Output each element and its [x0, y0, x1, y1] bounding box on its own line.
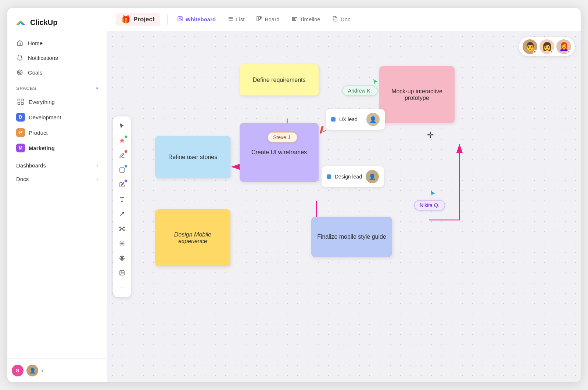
tab-board[interactable]: Board: [251, 13, 284, 26]
canvas-avatars-panel: 👨 👩 👩‍🦰: [519, 37, 575, 56]
clickup-logo-icon: [15, 17, 26, 28]
blue-cursor-icon: [429, 190, 437, 199]
svg-rect-23: [120, 168, 124, 172]
toolbar-pen[interactable]: [115, 149, 129, 162]
board-tab-icon: [256, 16, 262, 23]
sidebar-item-home-label: Home: [28, 40, 43, 46]
svg-rect-4: [21, 99, 24, 101]
tab-timeline[interactable]: Timeline: [286, 13, 326, 26]
ux-lead-avatar: 👤: [366, 113, 380, 126]
chip-nikita-label: Nikita Q.: [420, 202, 440, 208]
chip-andrew: Andrew K.: [343, 86, 377, 96]
tab-board-label: Board: [265, 16, 279, 22]
whiteboard-canvas[interactable]: ··· Define requirements: [107, 31, 581, 382]
product-label: Product: [29, 130, 48, 136]
svg-rect-3: [18, 99, 20, 101]
card-refine-user-stories[interactable]: Refine user stories: [155, 136, 230, 178]
svg-point-39: [121, 272, 122, 272]
home-icon: [16, 39, 24, 47]
sidebar-item-docs[interactable]: Docs ›: [12, 172, 103, 186]
chip-nikita: Nikita Q.: [414, 200, 445, 210]
toolbar-image[interactable]: [115, 266, 129, 279]
project-label: Project: [133, 16, 155, 23]
toolbar-sticky[interactable]: [115, 178, 129, 191]
sidebar-item-everything[interactable]: Everything: [12, 94, 103, 109]
sidebar-item-notifications-label: Notifications: [28, 55, 58, 61]
tab-list[interactable]: List: [222, 13, 250, 26]
user-menu-chevron[interactable]: ▾: [41, 368, 44, 373]
user-avatar-photo: 👤: [26, 365, 38, 376]
sidebar: ClickUp Home: [7, 8, 107, 382]
toolbar-more[interactable]: ···: [115, 281, 129, 294]
card-define-requirements[interactable]: Define requirements: [240, 64, 319, 95]
sidebar-item-home[interactable]: Home: [12, 36, 103, 50]
sidebar-item-notifications[interactable]: Notifications: [12, 50, 103, 65]
svg-line-29: [120, 228, 122, 228]
product-dot: P: [16, 128, 25, 137]
top-nav: 🎁 Project Whiteboard: [107, 8, 581, 31]
card-create-ui-wireframes-text: Create UI wireframes: [251, 149, 307, 156]
bell-icon: [16, 54, 24, 61]
sidebar-item-goals[interactable]: Goals: [12, 65, 103, 80]
card-mockup-prototype[interactable]: Mock-up interactive prototype: [379, 66, 455, 123]
spaces-chevron: ▾: [96, 86, 98, 91]
tab-doc-label: Doc: [341, 16, 351, 22]
sidebar-item-product[interactable]: P Product: [12, 125, 103, 140]
goals-icon: [16, 69, 24, 76]
sidebar-item-dashboards[interactable]: Dashboards ›: [12, 159, 103, 172]
card-mockup-prototype-text: Mock-up interactive prototype: [385, 88, 449, 101]
assignee-card-design-lead: Design lead 👤: [322, 166, 384, 187]
card-finalize-guide[interactable]: Finalize mobile style guide: [311, 217, 392, 257]
docs-chevron: ›: [97, 177, 98, 182]
svg-rect-5: [18, 102, 20, 105]
design-lead-avatar: 👤: [366, 170, 379, 183]
move-cursor-icon: ✛: [427, 130, 434, 140]
sidebar-item-goals-label: Goals: [28, 69, 42, 76]
logo-text: ClickUp: [30, 18, 57, 27]
marketing-label: Marketing: [29, 145, 55, 151]
toolbar-text[interactable]: [115, 193, 129, 206]
svg-line-31: [122, 228, 123, 229]
canvas-avatar-2: 👩: [539, 39, 554, 54]
svg-rect-16: [259, 17, 261, 19]
toolbar-rectangle[interactable]: [115, 163, 129, 177]
project-badge[interactable]: 🎁 Project: [116, 13, 160, 26]
toolbar-mindmap[interactable]: [115, 222, 129, 235]
toolbar-arrow[interactable]: [115, 207, 129, 221]
chip-steve: Steve J.: [268, 132, 297, 142]
tab-whiteboard[interactable]: Whiteboard: [172, 13, 221, 26]
doc-tab-icon: [332, 16, 338, 23]
toolbar-select[interactable]: [115, 119, 129, 133]
canvas-avatar-1: 👨: [523, 39, 537, 54]
card-refine-user-stories-text: Refine user stories: [168, 154, 217, 160]
sidebar-item-development[interactable]: D Development: [12, 109, 103, 125]
toolbar-globe[interactable]: [115, 252, 129, 265]
app-container: ClickUp Home: [7, 8, 581, 382]
card-create-ui-wireframes[interactable]: Create UI wireframes: [240, 123, 319, 182]
svg-point-2: [19, 72, 20, 73]
development-dot: D: [16, 113, 25, 122]
canvas-arrows: [107, 31, 581, 382]
sidebar-nav: Home Notifications: [7, 36, 107, 358]
tab-timeline-label: Timeline: [300, 16, 320, 22]
sidebar-bottom: S 👤 ▾: [7, 358, 107, 382]
tab-whiteboard-label: Whiteboard: [186, 16, 216, 22]
ux-lead-role-dot: [331, 117, 336, 122]
development-label: Development: [29, 114, 61, 120]
card-design-mobile[interactable]: Design Mobile experience: [155, 209, 230, 266]
user-avatar-s: S: [12, 365, 24, 376]
everything-icon: [16, 97, 25, 106]
canvas-toolbar: ···: [113, 116, 131, 297]
tab-doc[interactable]: Doc: [327, 13, 356, 26]
timeline-tab-icon: [291, 16, 297, 23]
chip-steve-label: Steve J.: [273, 134, 292, 140]
svg-rect-19: [292, 19, 295, 19]
ux-lead-role-text: UX lead: [339, 116, 358, 122]
main-area: 🎁 Project Whiteboard: [107, 8, 581, 382]
toolbar-ai-shapes[interactable]: [115, 134, 129, 147]
svg-rect-20: [292, 20, 296, 21]
spaces-header[interactable]: Spaces ▾: [12, 80, 103, 94]
sidebar-item-marketing[interactable]: M Marketing: [12, 140, 103, 156]
dashboards-label: Dashboards: [16, 162, 46, 169]
toolbar-ai[interactable]: [115, 237, 129, 250]
